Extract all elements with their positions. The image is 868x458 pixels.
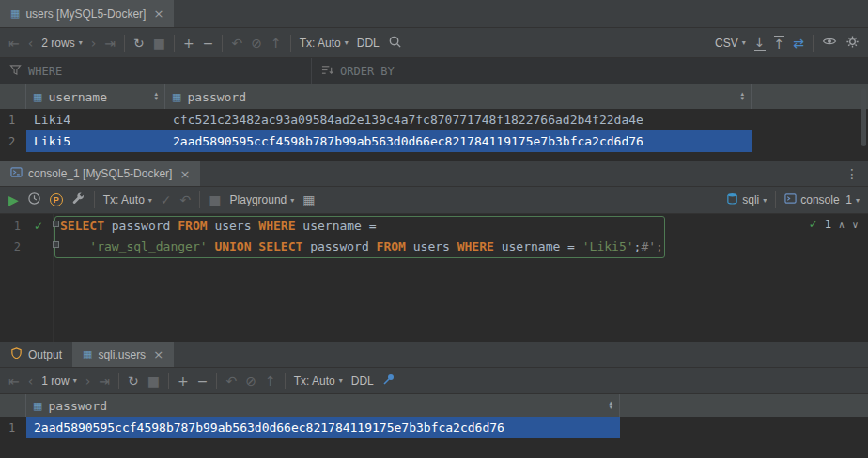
tab-output[interactable]: Output: [0, 342, 72, 367]
chevron-down-icon: ▾: [345, 38, 349, 47]
delete-row-icon[interactable]: −: [197, 374, 209, 388]
submit-icon[interactable]: ↑: [271, 37, 282, 50]
chevron-down-icon: ▾: [73, 376, 77, 385]
filter-funnel-icon: [9, 64, 22, 79]
refresh-icon[interactable]: ↻: [133, 37, 145, 50]
undo-icon[interactable]: ↶: [225, 374, 237, 388]
ddl-button[interactable]: DDL: [357, 37, 380, 50]
vertical-scrollbar[interactable]: [861, 88, 866, 146]
tx-mode-select[interactable]: Tx: Auto ▾: [300, 37, 349, 50]
previous-page-icon[interactable]: ‹: [28, 37, 34, 50]
result-grid-header: ▦ password ▴ ▾: [0, 394, 868, 417]
tab-users-table[interactable]: ▦ users [MySQL5-Docker] ×: [0, 0, 174, 27]
users-grid-header: ▦ username ▴ ▾ ▦ password ▴ ▾: [0, 84, 868, 109]
revert-icon[interactable]: ⊘: [251, 37, 262, 50]
sql-text[interactable]: 'raw_sql_danger' UNION SELECT password F…: [53, 237, 663, 257]
compare-icon[interactable]: ⇄: [793, 37, 804, 50]
tx-mode-select[interactable]: Tx: Auto ▾: [103, 193, 152, 206]
refresh-icon[interactable]: ↻: [128, 374, 139, 388]
column-header-password[interactable]: ▦ password ▴ ▾: [165, 84, 752, 109]
sort-icon[interactable]: ▴ ▾: [154, 92, 158, 101]
export-download-icon[interactable]: ↓: [754, 36, 766, 51]
import-upload-icon[interactable]: ↑: [774, 36, 785, 51]
search-icon[interactable]: [388, 35, 402, 52]
row-number: 1: [0, 109, 26, 130]
sort-icon[interactable]: ▴ ▾: [609, 401, 612, 410]
tx-mode-label: Tx: Auto: [294, 374, 335, 388]
more-options-icon[interactable]: ⋮: [836, 166, 868, 181]
gutter-divider: [53, 214, 54, 342]
success-check-icon: ✓: [809, 218, 818, 231]
next-page-icon[interactable]: ›: [91, 37, 97, 50]
rollback-icon[interactable]: ↶: [180, 193, 192, 206]
page-size-label: 2 rows: [41, 37, 74, 50]
last-page-icon[interactable]: ⇥: [104, 37, 116, 50]
submit-icon[interactable]: ↑: [265, 374, 276, 388]
wrench-settings-icon[interactable]: [71, 191, 85, 208]
stop-icon[interactable]: ■: [209, 193, 221, 206]
last-page-icon[interactable]: ⇥: [99, 374, 110, 388]
cell-password[interactable]: 2aad5890595ccf4598b787b99ab563d0d66ec821…: [26, 417, 620, 438]
table-row[interactable]: 1 Liki4 cfc521c23482ac93a09584ad2e139c4a…: [0, 109, 868, 130]
session-select[interactable]: console_1 ▾: [784, 192, 860, 207]
column-icon: ▦: [33, 91, 42, 103]
first-page-icon[interactable]: ⇤: [8, 374, 20, 388]
page-size-select[interactable]: 2 rows ▾: [41, 37, 82, 50]
settings-gear-icon[interactable]: [845, 35, 860, 52]
tab-result-grid[interactable]: ▦ sqli.users ×: [72, 342, 174, 367]
ddl-button[interactable]: DDL: [351, 374, 374, 388]
chevron-up-icon[interactable]: ∧: [838, 220, 845, 230]
tab-console[interactable]: console_1 [MySQL5-Docker] ×: [0, 161, 200, 186]
chevron-down-icon[interactable]: ∨: [852, 220, 859, 230]
view-options-eye-icon[interactable]: [822, 34, 837, 52]
commit-icon[interactable]: ✓: [161, 193, 172, 206]
playground-mode-select[interactable]: Playground ▾: [230, 193, 295, 206]
execution-indicator: ✓ 1 ∧ ∨: [809, 218, 859, 231]
revert-icon[interactable]: ⊘: [245, 374, 256, 388]
close-tab-icon[interactable]: ×: [153, 7, 163, 21]
chevron-down-icon: ▾: [339, 376, 343, 385]
tx-mode-select[interactable]: Tx: Auto ▾: [294, 374, 343, 388]
column-header-password[interactable]: ▦ password ▴ ▾: [26, 394, 620, 417]
where-filter-input[interactable]: WHERE: [0, 58, 312, 84]
previous-page-icon[interactable]: ‹: [28, 374, 34, 388]
code-line: 1 ✓ SELECT password FROM users WHERE use…: [0, 216, 868, 237]
schema-select[interactable]: sqli ▾: [726, 192, 767, 207]
cell-username[interactable]: Liki5: [26, 130, 165, 152]
row-number-gutter-header: [0, 84, 26, 109]
pin-tab-icon[interactable]: [382, 373, 395, 389]
add-row-icon[interactable]: +: [183, 37, 194, 50]
result-row-selected[interactable]: 1 2aad5890595ccf4598b787b99ab563d0d66ec8…: [0, 417, 868, 438]
parameters-icon[interactable]: P: [50, 193, 63, 206]
history-clock-icon[interactable]: [27, 191, 41, 208]
sql-editor[interactable]: 1 ✓ SELECT password FROM users WHERE use…: [0, 214, 868, 342]
close-tab-icon[interactable]: ×: [153, 347, 163, 361]
sort-icon[interactable]: ▴ ▾: [740, 92, 744, 101]
run-icon[interactable]: ▶: [8, 193, 19, 206]
view-as-grid-icon[interactable]: ▦: [302, 193, 315, 206]
sort-down-icon: ▾: [609, 405, 612, 410]
column-header-username[interactable]: ▦ username ▴ ▾: [26, 84, 165, 109]
tab-users-label: users [MySQL5-Docker]: [25, 8, 146, 21]
shield-icon: [10, 347, 23, 362]
stop-icon[interactable]: ■: [153, 37, 165, 50]
export-format-select[interactable]: CSV ▾: [715, 37, 746, 50]
stop-icon[interactable]: ■: [147, 374, 160, 388]
order-by-input[interactable]: ORDER BY: [312, 58, 404, 84]
session-label: console_1: [800, 193, 852, 206]
add-row-icon[interactable]: +: [178, 374, 189, 388]
cell-username[interactable]: Liki4: [26, 109, 165, 130]
table-icon: ▦: [10, 8, 20, 20]
undo-icon[interactable]: ↶: [231, 37, 242, 50]
cell-password[interactable]: cfc521c23482ac93a09584ad2e139c4a7fc87077…: [165, 109, 752, 130]
table-row-selected[interactable]: 2 Liki5 2aad5890595ccf4598b787b99ab563d0…: [0, 130, 868, 152]
close-tab-icon[interactable]: ×: [179, 167, 190, 181]
first-page-icon[interactable]: ⇤: [8, 37, 20, 50]
page-size-select[interactable]: 1 row ▾: [41, 374, 76, 388]
tab-result-label: sqli.users: [98, 348, 146, 361]
cell-password[interactable]: 2aad5890595ccf4598b787b99ab563d0d66ec821…: [165, 130, 752, 152]
sql-text[interactable]: SELECT password FROM users WHERE usernam…: [53, 216, 377, 237]
next-page-icon[interactable]: ›: [85, 374, 91, 388]
delete-row-icon[interactable]: −: [203, 37, 214, 50]
tab-console-label: console_1 [MySQL5-Docker]: [28, 167, 172, 180]
